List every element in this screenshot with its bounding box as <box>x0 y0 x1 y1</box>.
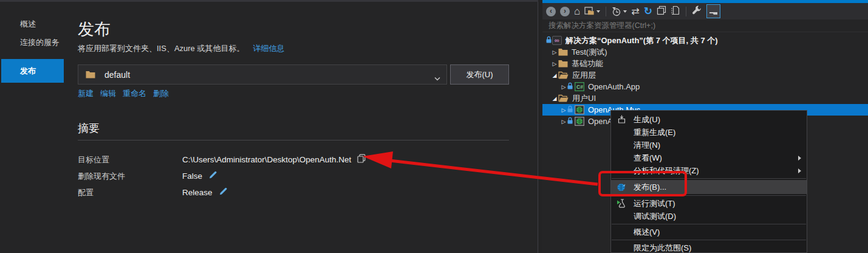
search-input[interactable]: 搜索解决方案资源管理器(Ctrl+;) <box>542 19 868 32</box>
menu-item-overview[interactable]: 概述(V) <box>611 226 807 238</box>
configuration-value-row: Release <box>182 187 228 198</box>
build-icon <box>616 114 627 125</box>
tab-overview[interactable]: 概述 <box>0 19 64 30</box>
tab-publish[interactable]: 发布 <box>1 59 64 83</box>
summary-heading: 摘要 <box>78 121 100 136</box>
menu-item-label: 分析和代码清理(Z) <box>634 166 699 175</box>
menu-item-label: 调试测试(D) <box>634 212 676 221</box>
delete-existing-value: False <box>182 172 202 181</box>
tree-item-label: 应用层 <box>572 70 596 81</box>
top-strip <box>0 0 538 2</box>
twisty-expanded-icon[interactable]: ◢ <box>551 95 558 102</box>
forward-icon[interactable]: › <box>560 7 570 16</box>
tree-item-label: OpenAuth.App <box>588 82 640 91</box>
refresh-icon[interactable]: ↻ <box>644 7 652 16</box>
menu-item-label: 概述(V) <box>634 227 660 237</box>
menu-item-view[interactable]: 查看(W) <box>611 151 807 164</box>
menu-separator <box>612 224 806 224</box>
show-all-files-icon[interactable] <box>671 5 680 18</box>
folder-icon <box>558 60 568 68</box>
menu-separator <box>612 195 806 196</box>
target-location-label: 目标位置 <box>78 154 109 165</box>
menu-item-scope-to-this[interactable]: 限定为此范围(S) <box>611 241 807 253</box>
twisty-collapsed-icon[interactable]: ▷ <box>560 84 567 90</box>
back-icon[interactable]: ‹ <box>546 7 556 16</box>
menu-item-publish[interactable]: 发布(B)... <box>611 180 807 194</box>
tree-row-solution[interactable]: ∞ 解决方案“OpenAuth”(第 7 个项目, 共 7 个) <box>542 35 868 46</box>
web-project-icon <box>575 117 584 126</box>
menu-item-label: 清理(N) <box>634 140 660 150</box>
tree-item-label: 用户UI <box>572 93 596 104</box>
run-tests-icon <box>616 198 627 209</box>
new-profile-link[interactable]: 新建 <box>78 88 94 99</box>
lock-icon <box>567 117 573 126</box>
profile-actions: 新建 编辑 重命名 删除 <box>78 88 169 99</box>
tree-row-project[interactable]: ▷ C# OpenAuth.App <box>542 81 868 92</box>
profile-combobox[interactable]: default <box>78 64 447 85</box>
twisty-collapsed-icon[interactable]: ▷ <box>551 49 558 55</box>
copy-icon[interactable] <box>357 154 366 165</box>
menu-item-label: 生成(U) <box>634 115 660 124</box>
configuration-value: Release <box>182 188 213 197</box>
tree-row-folder[interactable]: ▷ Test(测试) <box>542 46 868 58</box>
toolbar-separator <box>686 7 686 16</box>
page-description: 将应用部署到文件夹、IIS、Azure 或其他目标。详细信息 <box>78 43 284 54</box>
menu-item-label: 重新生成(E) <box>634 128 675 137</box>
menu-item-clean[interactable]: 清理(N) <box>611 139 807 151</box>
folder-icon <box>558 48 568 56</box>
tree-row-folder[interactable]: ▷ 基础功能 <box>542 58 868 69</box>
menu-item-label: 查看(W) <box>634 153 662 162</box>
project-context-menu: 生成(U) 重新生成(E) 清理(N) 查看(W) 分析和代码清理(Z) <box>610 110 807 253</box>
menu-item-label: 运行测试(T) <box>634 199 675 208</box>
collapse-all-icon[interactable] <box>657 5 666 18</box>
preview-selected-items-toggle[interactable] <box>706 4 720 18</box>
menu-item-rebuild[interactable]: 重新生成(E) <box>611 126 807 139</box>
folder-icon <box>86 71 95 78</box>
menu-item-run-tests[interactable]: 运行测试(T) <box>611 197 807 210</box>
chevron-down-icon <box>434 72 440 83</box>
tab-connected-services[interactable]: 连接的服务 <box>0 37 64 48</box>
tree-row-folder[interactable]: ◢ 用户UI <box>542 92 868 104</box>
configuration-label: 配置 <box>78 187 94 198</box>
menu-item-label: 限定为此范围(S) <box>634 243 691 252</box>
menu-separator <box>612 240 806 240</box>
details-link[interactable]: 详细信息 <box>253 44 284 53</box>
switch-views-icon[interactable] <box>584 7 600 16</box>
delete-profile-link[interactable]: 删除 <box>153 88 169 99</box>
solution-explorer-toolbar: ‹ › ⌂ ⇄ ↻ <box>542 3 868 19</box>
menu-item-label: 发布(B)... <box>634 182 666 192</box>
page-description-text: 将应用部署到文件夹、IIS、Azure 或其他目标。 <box>78 44 244 53</box>
menu-item-debug-tests[interactable]: 调试测试(D) <box>611 210 807 223</box>
csharp-project-icon: C# <box>575 82 584 91</box>
web-project-icon <box>575 105 584 114</box>
folder-open-icon <box>558 71 569 79</box>
rename-profile-link[interactable]: 重命名 <box>123 88 146 99</box>
edit-pencil-icon[interactable] <box>208 170 217 181</box>
publish-button[interactable]: 发布(U) <box>450 64 509 85</box>
lock-icon <box>567 82 573 91</box>
delete-existing-value-row: False <box>182 170 217 181</box>
publish-globe-icon <box>616 182 627 192</box>
profile-combobox-value: default <box>104 70 130 80</box>
menu-item-build[interactable]: 生成(U) <box>611 113 807 126</box>
folder-open-icon <box>558 94 569 102</box>
twisty-collapsed-icon[interactable]: ▷ <box>551 61 558 67</box>
sync-with-active-document-icon[interactable]: ⇄ <box>631 7 639 16</box>
toolbar-separator <box>606 7 606 16</box>
twisty-expanded-icon[interactable]: ◢ <box>551 72 558 78</box>
tree-row-folder[interactable]: ◢ 应用层 <box>542 69 868 81</box>
edit-pencil-icon[interactable] <box>219 187 228 198</box>
pending-changes-filter-icon[interactable] <box>612 7 627 16</box>
vs-window: 概述 连接的服务 发布 发布 将应用部署到文件夹、IIS、Azure 或其他目标… <box>0 0 868 253</box>
twisty-collapsed-icon[interactable]: ▷ <box>560 119 567 125</box>
lock-icon <box>567 105 573 114</box>
menu-separator <box>612 178 806 179</box>
menu-item-analyze[interactable]: 分析和代码清理(Z) <box>611 164 807 177</box>
twisty-collapsed-icon[interactable]: ▷ <box>560 107 567 113</box>
home-icon[interactable]: ⌂ <box>574 7 580 16</box>
properties-wrench-icon[interactable] <box>692 5 702 18</box>
submenu-arrow-icon <box>798 168 801 173</box>
lock-icon <box>546 36 552 45</box>
edit-profile-link[interactable]: 编辑 <box>100 88 116 99</box>
solution-icon: ∞ <box>552 36 562 45</box>
